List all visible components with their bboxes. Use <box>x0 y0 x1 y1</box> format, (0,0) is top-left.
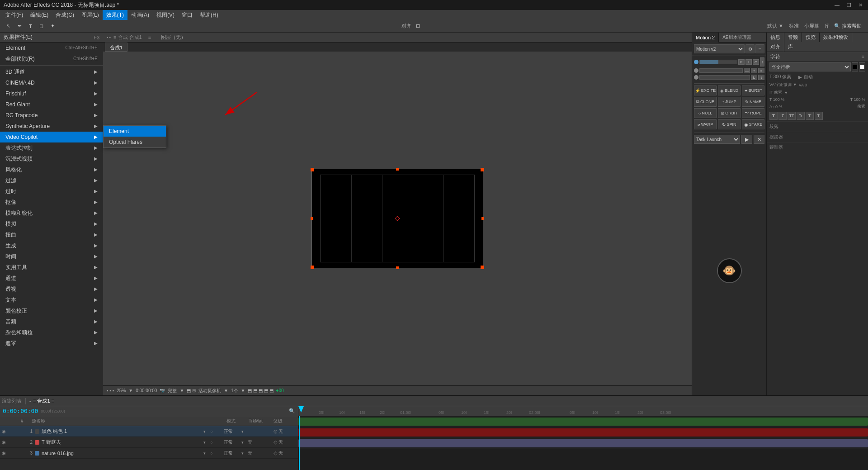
font-color-swatch[interactable] <box>852 62 858 71</box>
layer-2-icon2[interactable]: ○ <box>208 440 215 445</box>
spin-btn[interactable]: ↻ SPIN <box>718 119 741 129</box>
align-tab[interactable]: 对齐 <box>767 42 784 52</box>
effects-synthetic[interactable]: Synthetic Aperture ▶ <box>0 121 103 132</box>
layer-2-eye[interactable]: ◉ <box>2 440 8 445</box>
warp-btn[interactable]: ⌀ WARP <box>694 119 717 129</box>
slider-1-i-btn[interactable]: I <box>745 59 752 65</box>
slider-3-d-btn[interactable]: ↓ <box>758 75 764 80</box>
minimize-button[interactable]: — <box>833 2 841 8</box>
rope-btn[interactable]: 〜 ROPE <box>742 108 764 118</box>
effects-presets-tab[interactable]: 效果和预设 <box>820 33 852 42</box>
character-menu-icon[interactable]: ≡ <box>862 54 864 59</box>
layer-1-mode-arrow[interactable]: ▾ <box>241 429 247 434</box>
name-btn[interactable]: ✎ NAME <box>742 97 764 107</box>
layer-2-icon1[interactable]: ▾ <box>201 440 208 445</box>
jump-btn[interactable]: ↑ JUMP <box>718 97 741 107</box>
layer-row-1[interactable]: ◉ 1 黑色 纯色 1 ▾ ○ 正常 ▾ ◎ 无 <box>0 426 298 437</box>
effects-time[interactable]: 时间 ▶ <box>0 251 103 262</box>
task-launch-btn[interactable]: ▶ <box>741 135 752 144</box>
effects-cinema4d[interactable]: CINEMA 4D ▶ <box>0 77 103 88</box>
toolbar-pen[interactable]: ✒ <box>15 22 24 30</box>
layer-2-mode-arrow[interactable]: ▾ <box>241 440 247 445</box>
toolbar-roto[interactable]: ✦ <box>48 22 57 30</box>
layer-3-mode-arrow[interactable]: ▾ <box>241 451 247 456</box>
menu-layer[interactable]: 图层(L) <box>78 10 103 20</box>
effects-text[interactable]: 文本 ▶ <box>0 294 103 305</box>
comp-active-tab[interactable]: 合成1 <box>105 43 127 52</box>
motion2-version-select[interactable]: Motion v2 <box>694 44 745 53</box>
font-select[interactable]: 华文行楷 <box>769 62 851 71</box>
layer-1-icon2[interactable]: ○ <box>208 429 215 434</box>
tl-bar-2[interactable] <box>298 428 868 437</box>
layer-2-mode[interactable]: 正常 <box>216 439 241 446</box>
slider-1[interactable] <box>699 60 737 64</box>
menu-animate[interactable]: 动画(A) <box>127 10 153 20</box>
submenu-element[interactable]: Element <box>104 126 166 137</box>
tl-bar-3[interactable] <box>298 439 868 447</box>
audio-tab[interactable]: 音频 <box>784 33 802 42</box>
timeline-icon[interactable]: ▪ <box>29 399 31 404</box>
tl-search-btn[interactable]: 🔍 <box>289 408 295 414</box>
toolbar-search[interactable]: 🔍 搜索帮助 <box>831 22 864 30</box>
timeline-render-tab[interactable]: 渲染列表 <box>2 398 22 404</box>
effects-red-giant[interactable]: Red Giant ▶ <box>0 99 103 110</box>
menu-help[interactable]: 帮助(H) <box>196 10 222 20</box>
effects-generate[interactable]: 生成 ▶ <box>0 240 103 251</box>
blend-btn[interactable]: ◈ BLEND <box>718 85 741 95</box>
motion2-expand-btn[interactable]: ≡ <box>755 44 764 53</box>
toolbar-shape[interactable]: ◻ <box>37 22 46 30</box>
effects-expression[interactable]: 表达式控制 ▶ <box>0 142 103 153</box>
motion2-tab[interactable]: Motion 2 <box>692 33 719 43</box>
effects-audio[interactable]: 音频 ▶ <box>0 316 103 327</box>
toolbar-selection[interactable]: ↖ <box>4 22 13 30</box>
viewer-res[interactable]: 完整 <box>168 388 177 394</box>
slider-3[interactable] <box>699 75 750 80</box>
viewer-camera[interactable]: 活动摄像机 <box>198 388 221 394</box>
layer-row-3[interactable]: ◉ 3 nature-016.jpg ▾ ○ 正常 ▾ 无 ◎ 无 <box>0 448 298 459</box>
menu-edit[interactable]: 编辑(E) <box>27 10 52 20</box>
effects-remove-all[interactable]: 全部移除(R) Ctrl+Shift+E <box>0 53 103 64</box>
menu-file[interactable]: 文件(F) <box>2 10 27 20</box>
slider-1-f-btn[interactable]: F <box>738 59 745 65</box>
ae-script-tab[interactable]: AE脚本管理器 <box>719 33 755 43</box>
timeline-comp-tab[interactable]: ≡ 合成1 ≡ <box>33 398 54 404</box>
font-color-swatch-2[interactable] <box>859 62 865 71</box>
effects-perspective[interactable]: 透视 ▶ <box>0 284 103 294</box>
effects-frischluf[interactable]: Frischluf ▶ <box>0 88 103 99</box>
motion2-settings-btn[interactable]: ⚙ <box>745 44 755 53</box>
effects-immersive[interactable]: 沉浸式视频 ▶ <box>0 153 103 164</box>
slider-2-eq-btn[interactable]: = <box>758 68 764 73</box>
effects-mask[interactable]: 遮罩 ▶ <box>0 338 103 349</box>
effects-video-copilot[interactable]: Video Copilot ▶ <box>0 132 103 142</box>
info-tab[interactable]: 信息 <box>767 33 784 42</box>
layer-1-eye[interactable]: ◉ <box>2 429 8 434</box>
effects-channel[interactable]: 通道 ▶ <box>0 273 103 284</box>
effects-3d[interactable]: 3D 通道 ▶ <box>0 66 103 77</box>
menu-view[interactable]: 视图(V) <box>153 10 178 20</box>
effects-filter[interactable]: 过滤 ▶ <box>0 175 103 186</box>
effects-simulate[interactable]: 模拟 ▶ <box>0 218 103 229</box>
null-btn[interactable]: ○ NULL <box>694 108 717 118</box>
layer-3-mode[interactable]: 正常 <box>216 450 241 456</box>
effects-blur[interactable]: 模糊和锐化 ▶ <box>0 208 103 218</box>
viewer-zoom[interactable]: 25% <box>117 388 126 393</box>
task-delete-btn[interactable]: ✕ <box>754 135 764 144</box>
layer-3-icon2[interactable]: ○ <box>208 451 215 456</box>
effects-color[interactable]: 颜色校正 ▶ <box>0 305 103 316</box>
effects-rg-trapcode[interactable]: RG Trapcode ▶ <box>0 110 103 121</box>
menu-effects[interactable]: 效果(T) <box>103 10 127 20</box>
layer-row-2[interactable]: ◉ 2 T 野庭去 ▾ ○ 正常 ▾ 无 ◎ 无 <box>0 437 298 448</box>
sub-btn[interactable]: T, <box>815 112 823 120</box>
slider-3-l-btn[interactable]: L <box>751 75 757 80</box>
effects-element[interactable]: Element Ctrl+Alt+Shift+E <box>0 43 103 53</box>
canvas-area[interactable] <box>311 169 483 268</box>
allcaps-btn[interactable]: TT <box>788 112 796 120</box>
menu-comp[interactable]: 合成(C) <box>52 10 78 20</box>
layer-3-icon1[interactable]: ▾ <box>201 451 208 456</box>
library-tab[interactable]: 库 <box>784 42 797 52</box>
layer-3-eye[interactable]: ◉ <box>2 451 8 456</box>
viewer-views[interactable]: 1个 <box>231 388 238 394</box>
slider-2[interactable] <box>699 68 743 73</box>
effects-utility[interactable]: 实用工具 ▶ <box>0 262 103 273</box>
layer-1-mode[interactable]: 正常 <box>216 428 241 435</box>
